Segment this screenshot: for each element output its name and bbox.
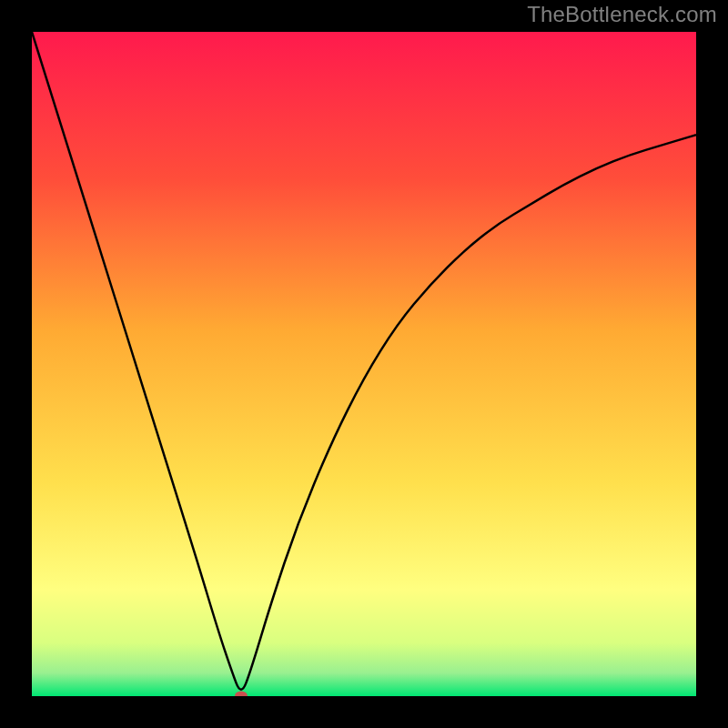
plot-area (32, 32, 696, 696)
watermark-text: TheBottleneck.com (527, 2, 717, 27)
optimal-point-marker (235, 692, 248, 697)
bottleneck-curve (32, 32, 696, 696)
